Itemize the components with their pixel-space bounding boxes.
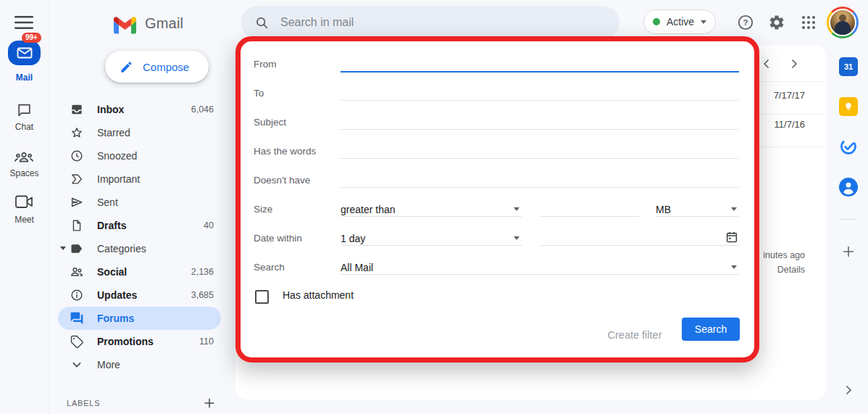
search-icon[interactable]: [254, 15, 270, 30]
search-scope-value: All Mail: [341, 262, 373, 273]
compose-pencil-icon: [120, 60, 133, 74]
sidebar: Gmail Compose Inbox 6,046 Starred Snooze…: [49, 0, 235, 414]
date-input[interactable]: [540, 230, 739, 246]
search-bar[interactable]: [241, 6, 619, 39]
from-label: From: [254, 59, 277, 70]
sidebar-item-important[interactable]: Important: [58, 167, 221, 191]
app-rail: 99+ Mail Chat Spaces Meet: [0, 0, 49, 414]
collapse-caret-icon[interactable]: [60, 247, 66, 250]
rail-mail-label[interactable]: Mail: [0, 73, 49, 83]
create-label-plus-icon[interactable]: [202, 396, 217, 413]
rail-chat-icon[interactable]: [16, 102, 33, 121]
search-input[interactable]: [279, 15, 557, 30]
clock-icon: [70, 149, 84, 163]
svg-text:?: ?: [743, 18, 748, 27]
rail-meet-label[interactable]: Meet: [0, 215, 49, 225]
date-range-value: 1 day: [341, 233, 365, 244]
important-marker-icon: [70, 172, 84, 186]
sidebar-item-snoozed[interactable]: Snoozed: [58, 144, 221, 167]
sidebar-item-social[interactable]: Social 2,136: [58, 260, 221, 283]
inbox-icon: [70, 102, 84, 117]
tasks-app-icon[interactable]: [839, 137, 858, 159]
has-attachment-label: Has attachment: [283, 289, 354, 301]
help-icon[interactable]: ?: [736, 13, 755, 35]
sidebar-item-starred[interactable]: Starred: [58, 121, 221, 144]
label-icon: [70, 241, 84, 256]
doesnt-have-input[interactable]: [341, 173, 739, 188]
get-addons-plus-icon[interactable]: [840, 244, 856, 262]
settings-gear-icon[interactable]: [768, 14, 785, 34]
size-unit-dropdown[interactable]: MB: [656, 201, 739, 217]
size-operator-dropdown[interactable]: greater than: [341, 201, 522, 217]
rail-meet-icon[interactable]: [15, 195, 33, 212]
forum-icon: [70, 311, 84, 326]
size-label: Size: [254, 204, 272, 215]
promotions-count: 110: [199, 336, 214, 347]
side-panel-divider: [840, 219, 857, 220]
offer-tag-icon: [70, 334, 84, 349]
size-value-input[interactable]: [540, 202, 640, 217]
hide-side-panel-chevron-icon[interactable]: [841, 383, 856, 400]
account-avatar[interactable]: [827, 7, 859, 38]
folder-list: Inbox 6,046 Starred Snoozed Important Se…: [49, 98, 235, 376]
gmail-logo-icon: [114, 17, 136, 37]
avatar-photo: [829, 9, 856, 36]
date-range-dropdown[interactable]: 1 day: [341, 230, 522, 246]
google-apps-grid-icon[interactable]: [800, 14, 817, 34]
labels-header: LABELS: [67, 399, 100, 407]
to-label: To: [254, 88, 264, 99]
inbox-count: 6,046: [191, 104, 214, 115]
chevron-down-icon: [70, 357, 84, 372]
search-scope-label: Search: [254, 262, 285, 273]
hamburger-menu-icon[interactable]: [14, 15, 33, 33]
calendar-app-icon[interactable]: 31: [839, 57, 858, 76]
dropdown-caret-icon: [514, 207, 519, 211]
has-attachment-checkbox[interactable]: [255, 290, 269, 304]
status-caret-icon: [701, 20, 706, 24]
doesnt-have-label: Doesn't have: [254, 175, 310, 186]
create-filter-button[interactable]: Create filter: [595, 323, 675, 347]
has-words-input[interactable]: [341, 144, 739, 159]
keep-app-icon[interactable]: [839, 97, 858, 116]
sidebar-item-forums[interactable]: Forums: [58, 307, 221, 330]
gmail-wordmark: Gmail: [145, 15, 183, 32]
sidebar-item-inbox[interactable]: Inbox 6,046: [58, 98, 221, 121]
size-operator-value: greater than: [341, 204, 396, 215]
compose-button[interactable]: Compose: [105, 51, 209, 83]
rail-spaces-icon[interactable]: [14, 149, 34, 169]
send-icon: [70, 195, 84, 210]
sidebar-item-promotions[interactable]: Promotions 110: [58, 330, 221, 353]
subject-input[interactable]: [341, 115, 739, 130]
mail-unread-badge: 99+: [22, 33, 41, 43]
drafts-count: 40: [204, 220, 214, 231]
filter-search-button[interactable]: Search: [682, 318, 740, 341]
rail-mail-icon[interactable]: [8, 41, 41, 65]
compose-label: Compose: [143, 61, 189, 73]
rail-spaces-label[interactable]: Spaces: [0, 168, 49, 178]
newer-chevron-left-icon[interactable]: [759, 57, 774, 74]
active-status-dot: [653, 18, 660, 25]
draft-file-icon: [70, 218, 84, 233]
dropdown-caret-icon: [514, 236, 519, 240]
from-input[interactable]: [341, 57, 739, 73]
size-unit-value: MB: [656, 204, 671, 215]
search-scope-dropdown[interactable]: All Mail: [341, 259, 739, 275]
info-icon: [70, 288, 84, 302]
sidebar-item-categories[interactable]: Categories: [58, 237, 221, 260]
search-filter-panel: From To Subject Has the words Doesn't ha…: [235, 36, 759, 363]
sidebar-item-updates[interactable]: Updates 3,685: [58, 283, 221, 307]
contacts-app-icon[interactable]: [839, 178, 858, 199]
rail-chat-label[interactable]: Chat: [0, 122, 49, 132]
to-input[interactable]: [341, 86, 739, 101]
star-icon: [70, 125, 84, 140]
sidebar-item-drafts[interactable]: Drafts 40: [58, 214, 221, 237]
sidebar-item-sent[interactable]: Sent: [58, 191, 221, 214]
status-selector[interactable]: Active: [643, 9, 716, 34]
updates-count: 3,685: [191, 290, 214, 300]
older-chevron-right-icon[interactable]: [787, 57, 801, 74]
dropdown-caret-icon: [731, 265, 737, 269]
status-label: Active: [667, 16, 694, 28]
calendar-picker-icon[interactable]: [725, 231, 738, 244]
social-count: 2,136: [191, 267, 214, 277]
sidebar-item-more[interactable]: More: [58, 353, 221, 376]
